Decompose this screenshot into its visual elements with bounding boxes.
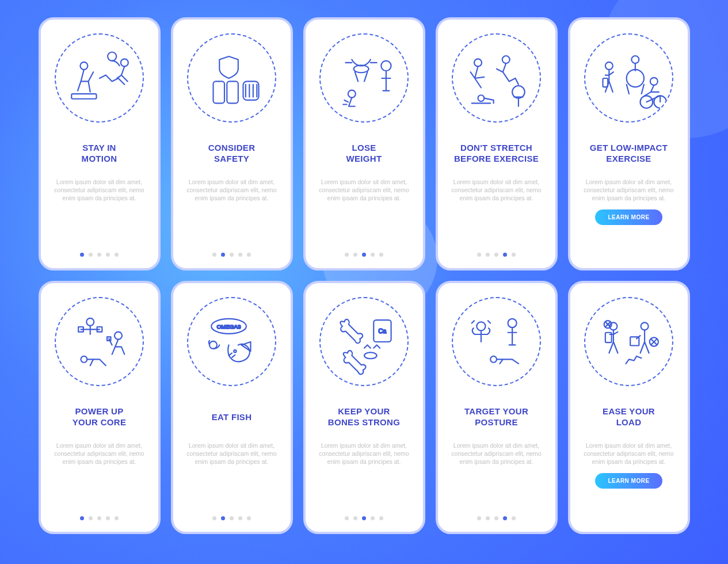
screen-description: Lorem ipsum dolor sit dim amet, consecte… [314, 178, 415, 203]
pagination-dot[interactable] [212, 253, 216, 257]
pagination-dot[interactable] [503, 516, 507, 520]
pagination-dot[interactable] [503, 253, 507, 257]
pagination-dot[interactable] [477, 253, 481, 257]
pagination-dot[interactable] [230, 253, 234, 257]
screen-description: Lorem ipsum dolor sit dim amet, consecte… [49, 441, 150, 466]
screen-title: KEEP YOUR BONES STRONG [328, 406, 400, 429]
pagination-dot[interactable] [80, 253, 84, 257]
svg-point-40 [641, 322, 648, 330]
pagination-dot[interactable] [247, 516, 251, 520]
onboarding-grid: STAY IN MOTIONLorem ipsum dolor sit dim … [0, 0, 728, 551]
phone-power-core: POWER UP YOUR CORELorem ipsum dolor sit … [39, 281, 161, 534]
pagination-dot[interactable] [494, 516, 498, 520]
pagination-dot[interactable] [106, 516, 110, 520]
svg-point-8 [381, 60, 391, 70]
svg-point-33 [364, 352, 377, 359]
phone-lose-weight: LOSE WEIGHTLorem ipsum dolor sit dim ame… [303, 17, 425, 270]
phone-bones-strong: CaKEEP YOUR BONES STRONGLorem ipsum dolo… [303, 281, 425, 534]
screen-description: Lorem ipsum dolor sit dim amet, consecte… [314, 441, 415, 466]
pagination-dot[interactable] [97, 516, 101, 520]
svg-point-18 [650, 77, 657, 85]
pagination-dot[interactable] [494, 253, 498, 257]
pagination-dots [345, 253, 383, 257]
lowimpact-icon [584, 33, 673, 123]
pagination-dot[interactable] [221, 516, 225, 520]
screen-title: POWER UP YOUR CORE [73, 406, 127, 429]
bones-icon: Ca [319, 297, 409, 386]
phone-stay-in-motion: STAY IN MOTIONLorem ipsum dolor sit dim … [39, 17, 161, 270]
svg-rect-2 [71, 94, 96, 99]
screen-description: Lorem ipsum dolor sit dim amet, consecte… [578, 441, 680, 466]
pagination-dots [80, 253, 119, 257]
pagination-dot[interactable] [106, 253, 110, 257]
pagination-dot[interactable] [353, 516, 357, 520]
svg-point-13 [478, 95, 484, 101]
pagination-dot[interactable] [345, 516, 349, 520]
load-icon [584, 297, 673, 386]
pagination-dot[interactable] [115, 516, 119, 520]
pagination-dot[interactable] [238, 516, 242, 520]
phone-dont-stretch: DON'T STRETCH BEFORE EXERCISELorem ipsum… [436, 17, 558, 270]
pagination-dot[interactable] [230, 516, 234, 520]
pagination-dot[interactable] [362, 516, 366, 520]
pagination-dot[interactable] [115, 253, 119, 257]
motion-icon [55, 33, 144, 123]
svg-point-16 [631, 56, 639, 63]
pagination-dot[interactable] [353, 253, 357, 257]
pagination-dot[interactable] [80, 516, 84, 520]
screen-title: LOSE WEIGHT [346, 142, 382, 165]
pagination-dot[interactable] [345, 253, 349, 257]
pagination-dot[interactable] [371, 516, 375, 520]
screen-description: Lorem ipsum dolor sit dim amet, consecte… [181, 178, 283, 203]
pagination-dot[interactable] [362, 253, 366, 257]
safety-icon [187, 33, 276, 123]
fish-icon: OMEGA3 [187, 297, 276, 386]
pagination-dot[interactable] [221, 253, 225, 257]
weight-icon [319, 33, 409, 123]
svg-point-35 [508, 318, 516, 327]
svg-point-12 [512, 86, 525, 98]
screen-description: Lorem ipsum dolor sit dim amet, consecte… [49, 178, 150, 203]
svg-point-36 [490, 356, 497, 362]
pagination-dots [477, 253, 516, 257]
screen-description: Lorem ipsum dolor sit dim amet, consecte… [446, 178, 547, 203]
phone-low-impact: GET LOW-IMPACT EXERCISELorem ipsum dolor… [568, 17, 690, 270]
svg-rect-4 [213, 81, 224, 103]
svg-point-30 [234, 350, 236, 352]
svg-point-24 [115, 331, 122, 339]
pagination-dot[interactable] [212, 516, 216, 520]
svg-point-10 [474, 59, 482, 66]
screen-title: STAY IN MOTION [82, 142, 117, 165]
pagination-dots [212, 516, 251, 520]
pagination-dot[interactable] [379, 516, 383, 520]
pagination-dot[interactable] [486, 516, 490, 520]
pagination-dot[interactable] [486, 253, 490, 257]
phone-consider-safety: CONSIDER SAFETYLorem ipsum dolor sit dim… [171, 17, 293, 270]
pagination-dot[interactable] [89, 253, 93, 257]
phone-target-posture: TARGET YOUR POSTURELorem ipsum dolor sit… [436, 281, 558, 534]
pagination-dot[interactable] [512, 516, 516, 520]
screen-title: CONSIDER SAFETY [208, 142, 256, 165]
pagination-dot[interactable] [247, 253, 251, 257]
screen-title: TARGET YOUR POSTURE [464, 406, 528, 429]
screen-description: Lorem ipsum dolor sit dim amet, consecte… [446, 441, 547, 466]
svg-rect-5 [227, 81, 238, 103]
screen-title: EAT FISH [212, 406, 252, 429]
svg-point-14 [605, 62, 612, 69]
svg-point-26 [81, 356, 87, 362]
learn-more-button[interactable]: LEARN MORE [595, 209, 662, 225]
pagination-dots [212, 253, 251, 257]
stretch-icon [452, 33, 541, 123]
svg-point-11 [502, 56, 509, 63]
pagination-dot[interactable] [97, 253, 101, 257]
pagination-dot[interactable] [89, 516, 93, 520]
pagination-dot[interactable] [371, 253, 375, 257]
svg-point-21 [86, 318, 94, 325]
pagination-dot[interactable] [379, 253, 383, 257]
pagination-dot[interactable] [238, 253, 242, 257]
pagination-dot[interactable] [477, 516, 481, 520]
learn-more-button[interactable]: LEARN MORE [595, 473, 662, 489]
screen-title: EASE YOUR LOAD [603, 406, 655, 429]
pagination-dot[interactable] [512, 253, 516, 257]
screen-description: Lorem ipsum dolor sit dim amet, consecte… [578, 178, 680, 203]
